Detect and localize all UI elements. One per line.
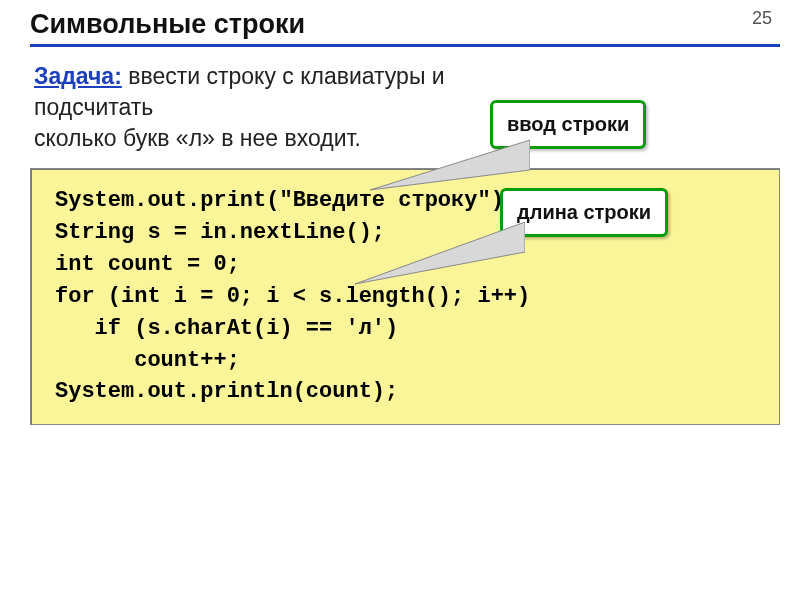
task-line2: сколько букв «л» в нее входит. <box>34 125 361 151</box>
code-line-5: if (s.charAt(i) == 'л') <box>55 316 398 341</box>
code-line-4: for (int i = 0; i < s.length(); i++) <box>55 284 530 309</box>
callout-input-label: ввод строки <box>507 113 629 135</box>
callout-input: ввод строки <box>490 100 646 149</box>
code-line-2: String s = in.nextLine(); <box>55 220 385 245</box>
task-label: Задача: <box>34 63 122 89</box>
code-line-1: System.out.print("Введите строку"); <box>55 188 517 213</box>
task-text: Задача: ввести строку с клавиатуры и под… <box>34 61 554 154</box>
callout-length: длина строки <box>500 188 668 237</box>
code-line-6: count++; <box>55 348 240 373</box>
page-number: 25 <box>752 8 772 29</box>
code-line-7: System.out.println(count); <box>55 379 398 404</box>
page-title: Символьные строки <box>30 9 780 40</box>
callout-length-label: длина строки <box>517 201 651 223</box>
code-line-3: int count = 0; <box>55 252 240 277</box>
title-rule <box>30 44 780 47</box>
